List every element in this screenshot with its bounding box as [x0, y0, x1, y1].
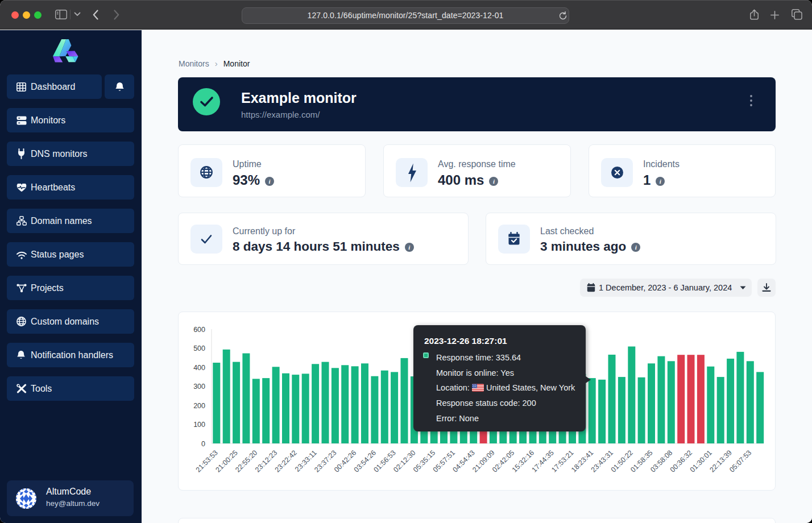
svg-text:23:22:42: 23:22:42 [274, 449, 299, 474]
svg-text:400: 400 [193, 364, 205, 372]
svg-text:0: 0 [201, 440, 205, 448]
svg-text:300: 300 [193, 383, 205, 391]
svg-text:200: 200 [193, 402, 205, 410]
svg-text:500: 500 [193, 344, 205, 352]
svg-text:600: 600 [193, 326, 205, 334]
svg-text:100: 100 [193, 421, 205, 429]
svg-text:05:07:53: 05:07:53 [728, 449, 753, 474]
